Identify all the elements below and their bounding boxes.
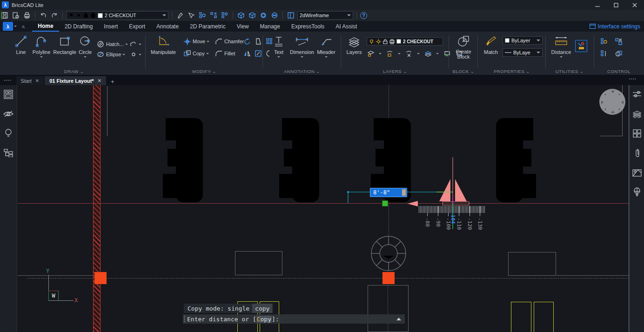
redo-icon[interactable] [50, 11, 59, 20]
layer-freeze-icon[interactable] [405, 50, 413, 57]
isolate-objects-icon[interactable] [198, 11, 207, 20]
layer-on-icon[interactable] [443, 50, 451, 57]
world-view-icon[interactable] [270, 11, 279, 20]
revision-cloud-button[interactable] [129, 40, 141, 48]
taper-icon[interactable] [254, 38, 262, 45]
hide-eye-icon[interactable] [3, 108, 14, 120]
dynamic-dimension-input[interactable]: 8'-8" [370, 188, 407, 197]
show-objects-icon[interactable] [220, 11, 229, 20]
tab-manage[interactable]: Manage [255, 21, 286, 32]
group-label-properties[interactable]: PROPERTIES ⌄ [479, 69, 544, 74]
ribbon-layer-dropdown[interactable]: 2 CHECKOUT [367, 37, 443, 46]
line-button[interactable]: Line [10, 34, 32, 55]
chamfer-button[interactable]: Chamfer [215, 37, 244, 46]
layer-states-icon[interactable] [424, 50, 432, 57]
close-tab-icon[interactable]: ✕ [35, 78, 39, 83]
tab-insert[interactable]: Insert [98, 21, 123, 32]
group-label-utilities[interactable]: UTILITIES ⌄ [547, 69, 592, 74]
print-icon[interactable] [22, 11, 32, 20]
point-button[interactable] [129, 50, 141, 59]
undo-icon[interactable] [39, 11, 48, 20]
tab-expresstools[interactable]: ExpressTools [286, 21, 330, 32]
layer-isolate-icon[interactable] [367, 50, 375, 57]
toolbar-grip[interactable] [1, 12, 2, 19]
group-label-draw[interactable]: DRAW ⌄ [4, 69, 144, 74]
command-history-expand-icon[interactable] [396, 318, 401, 320]
layers-panel-icon[interactable] [631, 108, 643, 120]
new-tab-button[interactable]: + [107, 78, 118, 85]
minimize-button[interactable] [588, 0, 607, 10]
eyedropper-icon[interactable] [175, 11, 185, 20]
application-menu-button[interactable]: λ [3, 22, 13, 31]
entity-snap-icon[interactable] [600, 38, 608, 45]
command-input-bar[interactable]: Enter distance or [Copy]: [183, 314, 405, 324]
grip-green-square[interactable] [382, 200, 388, 206]
layer-lock-icon[interactable] [386, 50, 394, 57]
move-button[interactable]: Move [183, 37, 209, 46]
view-cube-se-icon[interactable] [248, 11, 257, 20]
circle-button[interactable]: Circle [74, 34, 96, 58]
help-icon[interactable]: ? [360, 12, 367, 19]
layer-dropdown[interactable]: 2 CHECKOUT [66, 11, 168, 20]
view-cube-nw-icon[interactable] [236, 11, 246, 20]
tab-2d-parametric[interactable]: 2D Parametric [184, 21, 231, 32]
linetype-dropdown[interactable]: ByLaye [503, 48, 543, 57]
tab-annotate[interactable]: Annotate [151, 21, 184, 32]
open-icon[interactable] [11, 11, 20, 20]
group-label-modify[interactable]: MODIFY ⌄ [147, 69, 262, 74]
color-dropdown[interactable]: ByLayer [503, 36, 543, 45]
hatch-button[interactable]: Hatch... [97, 40, 128, 48]
select-similar-icon[interactable] [187, 11, 196, 20]
close-tab-icon[interactable]: ✕ [98, 78, 101, 83]
blocks-panel-icon[interactable] [631, 128, 643, 139]
tab-view[interactable]: View [231, 21, 255, 32]
doc-tab-start[interactable]: Start ✕ [16, 76, 44, 85]
tab-ai-assist[interactable]: AI Assist [330, 21, 362, 32]
command-bar-grip[interactable] [184, 316, 185, 322]
fillet-button[interactable]: Fillet [215, 49, 235, 58]
tab-2d-drafting[interactable]: 2D Drafting [59, 21, 99, 32]
drawing-canvas[interactable]: 8'-8" -80 -90 -100 -110 -120 -130 -104 [18, 85, 629, 332]
hide-objects-icon[interactable] [209, 11, 218, 20]
create-block-button[interactable]: Create Block [453, 34, 474, 60]
match-button[interactable]: Match [480, 34, 502, 55]
light-bulb-icon[interactable] [3, 128, 14, 139]
tab-export[interactable]: Export [123, 21, 151, 32]
layers-button[interactable]: Layers [343, 34, 365, 55]
render-materials-icon[interactable] [631, 167, 643, 178]
structure-tree-icon[interactable] [3, 147, 14, 159]
attachments-paperclip-icon[interactable] [631, 147, 643, 159]
properties-panel-icon[interactable] [3, 89, 14, 100]
close-button[interactable] [625, 0, 644, 10]
group-label-block[interactable]: BLOCK ⌄ [450, 69, 476, 74]
manipulate-button[interactable]: Manipulate [149, 34, 178, 55]
copy-button[interactable]: Copy [183, 49, 209, 58]
command-keyword-option[interactable]: Copy [256, 316, 272, 323]
text-button[interactable]: Text [268, 34, 289, 58]
distance-button[interactable]: Distance [549, 34, 573, 58]
grid-toggle-icon[interactable] [600, 50, 608, 57]
assistant-balloon-icon[interactable] [631, 186, 643, 198]
rectangle-button[interactable]: Rectangle [54, 34, 75, 55]
overlap-icon[interactable] [615, 50, 623, 57]
checkout-fixture-1[interactable] [162, 117, 215, 204]
tab-home[interactable]: Home [32, 21, 59, 32]
lookfrom-widget[interactable] [599, 89, 625, 115]
group-label-annotation[interactable]: ANNOTATION ⌄ [264, 69, 340, 74]
scale-icon[interactable] [254, 50, 262, 57]
maximize-button[interactable] [607, 0, 625, 10]
dimension-button[interactable]: Dimension [288, 34, 315, 58]
visual-style-dropdown[interactable]: 2dWireframe [297, 11, 353, 20]
selection-modes-icon[interactable] [615, 38, 623, 45]
checkout-fixture-2[interactable] [278, 117, 331, 204]
quick-measure-button[interactable] [575, 40, 587, 52]
group-label-layers[interactable]: LAYERS ⌄ [342, 69, 448, 74]
interface-settings-button[interactable]: Interface settings [590, 23, 640, 30]
polyline-button[interactable]: Polyline [31, 34, 52, 58]
doc-tab-fixture-layout[interactable]: 01 Fixture Layout* ✕ [45, 76, 106, 85]
ellipse-button[interactable]: Ellipse [97, 50, 125, 59]
mirror-icon[interactable] [243, 50, 251, 57]
properties-sliders-icon[interactable] [631, 89, 643, 100]
view-rotate-icon[interactable] [259, 11, 268, 20]
mleader-button[interactable]: Mleader [315, 34, 337, 58]
